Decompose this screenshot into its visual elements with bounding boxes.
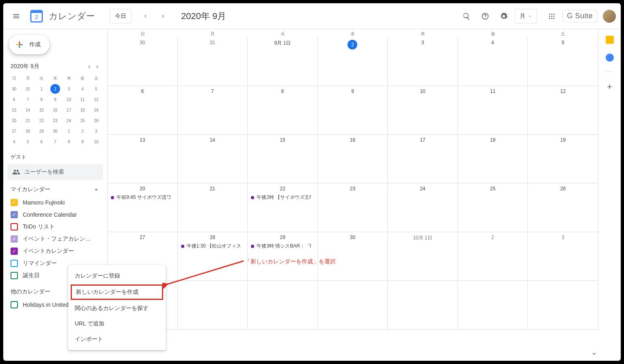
mini-day-cell[interactable]: 28 (21, 126, 35, 136)
day-cell[interactable]: 2 (318, 37, 388, 86)
day-cell[interactable]: 26 (528, 183, 598, 232)
calendar-checkbox[interactable] (11, 272, 18, 279)
day-cell[interactable] (318, 281, 388, 330)
mini-day-cell[interactable]: 8 (62, 136, 76, 147)
day-cell[interactable]: 16 (318, 135, 388, 183)
day-cell[interactable]: 29午後3時 情シスBAR：「f (248, 232, 318, 281)
day-cell[interactable]: 25 (458, 183, 528, 232)
day-cell[interactable]: 30 (318, 232, 388, 281)
day-cell[interactable]: 6 (108, 86, 178, 135)
mini-day-cell[interactable]: 9 (76, 136, 90, 147)
calendar-item[interactable]: イベント・フェアカレン… (7, 233, 103, 245)
day-cell[interactable]: 4 (458, 37, 528, 86)
mini-day-cell[interactable]: 29 (35, 126, 48, 136)
menu-item[interactable]: カレンダーに登録 (68, 268, 166, 284)
today-button[interactable]: 今日 (110, 9, 132, 24)
day-cell[interactable]: 15 (248, 135, 318, 183)
mini-day-cell[interactable]: 14 (21, 105, 35, 115)
mini-day-cell[interactable]: 13 (7, 105, 21, 115)
day-cell[interactable]: 19 (528, 135, 598, 183)
mini-day-cell[interactable]: 12 (89, 94, 103, 105)
day-cell[interactable]: 8 (248, 86, 318, 135)
addons-add-button[interactable]: + (607, 82, 612, 92)
mini-day-cell[interactable]: 23 (48, 115, 62, 126)
calendar-item[interactable]: Conference Calendar (7, 209, 103, 221)
mini-day-cell[interactable]: 9 (48, 94, 62, 105)
day-cell[interactable]: 23 (318, 183, 388, 232)
account-avatar[interactable] (603, 10, 616, 23)
day-cell[interactable]: 24 (388, 183, 458, 232)
mini-day-cell[interactable]: 18 (76, 105, 90, 115)
prev-month-button[interactable] (137, 8, 153, 24)
mini-day-cell[interactable]: 6 (35, 136, 48, 147)
mini-prev-button[interactable]: ‹ (86, 61, 92, 72)
mini-day-cell[interactable]: 1 (35, 84, 48, 94)
mini-day-cell[interactable]: 15 (35, 105, 48, 115)
mini-day-cell[interactable]: 19 (89, 105, 103, 115)
day-cell[interactable]: 7 (178, 86, 248, 135)
calendar-event[interactable]: 午前9:45 サイボウズ流ワ (109, 193, 176, 202)
day-cell[interactable]: 12 (528, 86, 598, 135)
menu-item[interactable]: 新しいカレンダーを作成 (71, 284, 163, 300)
day-cell[interactable]: 5 (528, 37, 598, 86)
scroll-down-indicator[interactable]: ⌄ (591, 348, 597, 357)
day-cell[interactable]: 31 (178, 37, 248, 86)
help-button[interactable] (477, 8, 493, 24)
mini-day-cell[interactable]: 16 (48, 105, 62, 115)
day-cell[interactable]: 9月 1日 (248, 37, 318, 86)
menu-item[interactable]: インポート (68, 332, 166, 347)
view-switcher[interactable]: 月 (514, 9, 537, 24)
mini-day-cell[interactable]: 8 (35, 94, 48, 105)
keep-icon[interactable] (606, 36, 614, 44)
calendar-checkbox[interactable] (11, 248, 18, 255)
calendar-checkbox[interactable] (11, 223, 18, 230)
mini-day-cell[interactable]: 30 (7, 84, 21, 94)
menu-item[interactable]: URL で追加 (68, 316, 166, 332)
day-cell[interactable] (388, 281, 458, 330)
mini-day-cell[interactable]: 7 (21, 94, 35, 105)
day-cell[interactable] (528, 281, 598, 330)
mini-day-cell[interactable]: 7 (48, 136, 62, 147)
search-button[interactable] (458, 8, 475, 24)
day-cell[interactable]: 17 (388, 135, 458, 183)
calendar-item[interactable]: ToDo リスト (7, 221, 103, 233)
mini-day-cell[interactable]: 27 (7, 126, 21, 136)
mini-day-cell[interactable]: 5 (89, 84, 103, 94)
day-cell[interactable]: 18 (458, 135, 528, 183)
day-cell[interactable]: 3 (388, 37, 458, 86)
next-month-button[interactable] (155, 8, 171, 24)
my-calendars-toggle[interactable]: マイカレンダー (7, 183, 103, 196)
mini-day-cell[interactable]: 4 (7, 136, 21, 147)
day-cell[interactable]: 2 (458, 232, 528, 281)
day-cell[interactable]: 9 (318, 86, 388, 135)
mini-day-cell[interactable]: 24 (62, 115, 76, 126)
calendar-item[interactable]: イベントカレンダー (7, 245, 103, 257)
mini-day-cell[interactable]: 22 (35, 115, 48, 126)
mini-day-cell[interactable]: 10 (89, 136, 103, 147)
day-cell[interactable]: 3 (528, 232, 598, 281)
calendar-event[interactable]: 午後1:30 【松山オフィス (179, 242, 246, 250)
calendar-checkbox[interactable] (11, 301, 18, 308)
mini-day-cell[interactable]: 20 (7, 115, 21, 126)
tasks-icon[interactable] (606, 54, 614, 62)
apps-button[interactable] (544, 8, 560, 24)
calendar-event[interactable]: 午後3時 情シスBAR：「f (249, 242, 316, 250)
day-cell[interactable]: 30 (108, 37, 178, 86)
menu-item[interactable]: 関心のあるカレンダーを探す (68, 301, 166, 316)
calendar-checkbox[interactable] (11, 211, 18, 218)
day-cell[interactable] (248, 281, 318, 330)
mini-day-cell[interactable]: 2 (48, 84, 62, 94)
guest-search-input[interactable]: ユーザーを検索 (7, 164, 103, 180)
day-cell[interactable]: 20午前9:45 サイボウズ流ワ (108, 183, 178, 232)
mini-day-cell[interactable]: 2 (76, 126, 90, 136)
calendar-event[interactable]: 午後2時 【サイボウズ主f (249, 193, 316, 202)
mini-calendar[interactable]: 日月火水木金土 30311234567891011121314151617181… (7, 73, 103, 147)
calendar-checkbox[interactable] (11, 235, 18, 243)
settings-button[interactable] (496, 8, 512, 24)
mini-day-cell[interactable]: 17 (62, 105, 76, 115)
mini-day-cell[interactable]: 10 (62, 94, 76, 105)
mini-day-cell[interactable]: 4 (76, 84, 90, 94)
mini-day-cell[interactable]: 1 (62, 126, 76, 136)
mini-day-cell[interactable]: 11 (76, 94, 90, 105)
day-cell[interactable]: 11 (458, 86, 528, 135)
